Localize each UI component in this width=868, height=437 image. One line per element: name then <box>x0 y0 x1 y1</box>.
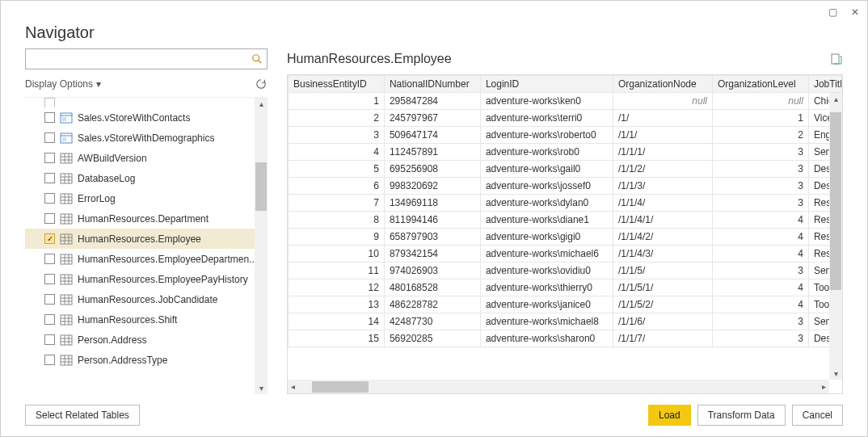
checkbox[interactable] <box>44 334 55 345</box>
cell: 3 <box>712 263 808 279</box>
tree-item[interactable]: AWBuildVersion <box>25 148 268 168</box>
search-input[interactable] <box>26 53 247 65</box>
grid-vertical-scrollbar[interactable]: ▴ ▾ <box>829 93 842 380</box>
tree-scrollbar[interactable]: ▴ ▾ <box>255 98 268 394</box>
column-header[interactable]: OrganizationLevel <box>712 76 808 93</box>
select-related-tables-button[interactable]: Select Related Tables <box>25 405 140 426</box>
cell: /1/1/5/ <box>613 263 712 279</box>
grid-horizontal-scrollbar[interactable]: ◂ ▸ <box>288 380 829 393</box>
maximize-icon[interactable]: ▢ <box>827 6 838 18</box>
cell: adventure-works\thierry0 <box>480 279 613 296</box>
tree-item[interactable]: HumanResources.JobCandidate <box>25 289 268 309</box>
cell: 4 <box>289 144 385 161</box>
checkbox[interactable] <box>44 213 55 224</box>
cancel-button[interactable]: Cancel <box>792 405 843 426</box>
cell: 9 <box>289 229 385 246</box>
table-row[interactable]: 11974026903adventure-works\ovidiu0/1/1/5… <box>289 263 842 279</box>
tree-item-label: Sales.vStoreWithContacts <box>78 112 190 124</box>
tree-item-label: HumanResources.Shift <box>78 314 177 326</box>
load-button[interactable]: Load <box>648 405 691 426</box>
grid-scroll-up-icon[interactable]: ▴ <box>832 93 840 105</box>
column-header[interactable]: LoginID <box>480 76 613 93</box>
tree-item[interactable]: HumanResources.Shift <box>25 309 268 330</box>
table-row[interactable]: 13486228782adventure-works\janice0/1/1/5… <box>289 296 842 313</box>
cell: /1/1/5/1/ <box>613 279 712 296</box>
svg-rect-48 <box>61 315 72 325</box>
column-header[interactable]: OrganizationNode <box>613 76 712 93</box>
cell: 879342154 <box>384 246 480 263</box>
tree-item[interactable]: HumanResources.Department <box>25 208 268 229</box>
table-row[interactable]: 1556920285adventure-works\sharon0/1/1/7/… <box>289 330 842 347</box>
table-row[interactable]: 1295847284adventure-works\ken0nullnullCh… <box>289 93 842 110</box>
table-icon <box>60 273 73 286</box>
tree-scroll-thumb[interactable] <box>255 162 267 211</box>
cell: 56920285 <box>384 330 480 347</box>
tree-item[interactable]: HumanResources.EmployeeDepartmen... <box>25 249 268 269</box>
checkbox[interactable] <box>44 112 55 123</box>
table-row[interactable]: 7134969118adventure-works\dylan0/1/1/4/3… <box>289 195 842 212</box>
preview-refresh-icon[interactable] <box>830 53 843 65</box>
tree-item[interactable]: ErrorLog <box>25 188 268 208</box>
cell: adventure-works\jossef0 <box>480 178 613 195</box>
search-box[interactable] <box>25 48 268 69</box>
checkbox[interactable] <box>44 153 55 163</box>
svg-rect-8 <box>61 153 72 163</box>
table-row[interactable]: 4112457891adventure-works\rob0/1/1/1/3Se… <box>289 144 842 161</box>
grid-scroll-right-icon[interactable]: ▸ <box>819 382 829 391</box>
checkbox[interactable] <box>44 254 55 264</box>
table-row[interactable]: 6998320692adventure-works\jossef0/1/1/3/… <box>289 178 842 195</box>
tree-item[interactable]: HumanResources.EmployeePayHistory <box>25 269 268 289</box>
close-icon[interactable]: ✕ <box>849 6 861 18</box>
cell: /1/1/4/2/ <box>613 229 712 246</box>
dialog-footer: Select Related Tables Load Transform Dat… <box>1 394 867 436</box>
checkbox[interactable] <box>44 294 55 305</box>
checkbox[interactable] <box>44 193 55 204</box>
grid-scroll-down-icon[interactable]: ▾ <box>832 368 840 380</box>
column-header[interactable]: BusinessEntityID <box>289 76 385 93</box>
svg-rect-33 <box>61 254 72 264</box>
tree-item[interactable]: Person.Address <box>25 330 268 350</box>
cell: 13 <box>289 296 385 313</box>
table-row[interactable]: 8811994146adventure-works\diane1/1/1/4/1… <box>289 212 842 229</box>
tree-item[interactable]: DatabaseLog <box>25 168 268 188</box>
table-row[interactable]: 9658797903adventure-works\gigi0/1/1/4/2/… <box>289 229 842 246</box>
tree-item[interactable]: Sales.vStoreWithContacts <box>25 107 268 128</box>
checkbox[interactable] <box>44 173 55 183</box>
table-row[interactable]: 12480168528adventure-works\thierry0/1/1/… <box>289 279 842 296</box>
column-header[interactable]: JobTitle <box>808 76 841 93</box>
checkbox[interactable] <box>44 274 55 284</box>
object-tree: Sales.vStoreWithContactsSales.vStoreWith… <box>25 97 268 394</box>
grid-vscroll-thumb[interactable] <box>830 112 841 290</box>
tree-item[interactable]: Person.AddressType <box>25 350 268 370</box>
checkbox[interactable] <box>44 132 55 143</box>
tree-item[interactable]: ✓HumanResources.Employee <box>25 229 268 249</box>
checkbox[interactable] <box>44 355 55 365</box>
grid-scroll-left-icon[interactable]: ◂ <box>288 382 298 391</box>
cell: adventure-works\roberto0 <box>480 127 613 144</box>
transform-data-button[interactable]: Transform Data <box>697 405 786 426</box>
cell: 5 <box>289 161 385 178</box>
table-row[interactable]: 2245797967adventure-works\terri0/1/1Vice <box>289 110 842 127</box>
tree-item[interactable]: Sales.vStoreWithDemographics <box>25 128 268 148</box>
tree-item-label: ErrorLog <box>78 193 116 204</box>
cell: /1/1/5/2/ <box>613 296 712 313</box>
cell: /1/1/3/ <box>613 178 712 195</box>
column-header[interactable]: NationalIDNumber <box>384 76 480 93</box>
scroll-up-icon[interactable]: ▴ <box>258 98 265 110</box>
table-icon <box>60 172 73 185</box>
svg-rect-23 <box>61 214 72 224</box>
cell: adventure-works\terri0 <box>480 110 613 127</box>
table-row[interactable]: 5695256908adventure-works\gail0/1/1/2/3D… <box>289 161 842 178</box>
checkbox[interactable]: ✓ <box>44 233 55 244</box>
refresh-icon[interactable] <box>255 78 268 90</box>
search-icon[interactable] <box>247 53 267 65</box>
table-row[interactable]: 10879342154adventure-works\michael6/1/1/… <box>289 246 842 263</box>
table-row[interactable]: 1442487730adventure-works\michael8/1/1/6… <box>289 313 842 330</box>
table-row[interactable]: 3509647174adventure-works\roberto0/1/1/2… <box>289 127 842 144</box>
grid-hscroll-thumb[interactable] <box>312 381 369 393</box>
checkbox[interactable] <box>44 314 55 325</box>
display-options-button[interactable]: Display Options ▾ <box>25 78 101 90</box>
tree-item-label: AWBuildVersion <box>78 153 147 164</box>
scroll-down-icon[interactable]: ▾ <box>258 382 265 394</box>
tree-item-label: HumanResources.Department <box>78 213 209 225</box>
